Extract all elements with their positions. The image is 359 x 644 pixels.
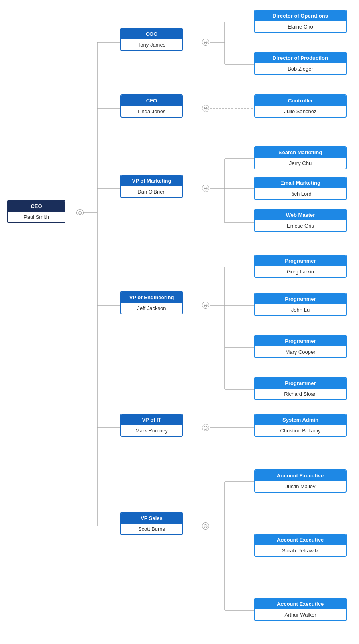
acct-exec2-node: Account Executive Sarah Petrawitz (254, 534, 347, 557)
acct-exec2-name: Sarah Petrawitz (255, 545, 346, 556)
dir-ops-node: Director of Operations Elaine Cho (254, 10, 347, 33)
cfo-name: Linda Jones (121, 106, 182, 117)
coo-title: COO (121, 29, 182, 39)
web-master-title: Web Master (255, 210, 346, 220)
ceo-title: CEO (8, 201, 65, 212)
vp-engineering-node: VP of Engineering Jeff Jackson (120, 291, 183, 314)
acct-exec3-name: Arthur Walker (255, 609, 346, 620)
acct-exec3-node: Account Executive Arthur Walker (254, 598, 347, 621)
acct-exec3-title: Account Executive (255, 599, 346, 609)
prog3-node: Programmer Mary Cooper (254, 335, 347, 358)
email-mktg-title: Email Marketing (255, 177, 346, 188)
email-mktg-node: Email Marketing Rich Lord (254, 177, 347, 200)
prog1-name: Greg Larkin (255, 266, 346, 277)
acct-exec1-title: Account Executive (255, 470, 346, 481)
prog2-node: Programmer John Lu (254, 293, 347, 316)
prog1-node: Programmer Greg Larkin (254, 255, 347, 278)
controller-node: Controller Julio Sanchez (254, 94, 347, 118)
email-mktg-name: Rich Lord (255, 188, 346, 199)
coo-name: Tony James (121, 39, 182, 50)
vp-marketing-name: Dan O'Brien (121, 186, 182, 197)
cfo-node: CFO Linda Jones (120, 94, 183, 118)
vp-sales-title: VP Sales (121, 513, 182, 524)
coo-collapse[interactable]: ⊖ (202, 39, 209, 46)
prog4-name: Richard Sloan (255, 389, 346, 399)
vp-it-node: VP of IT Mark Romney (120, 414, 183, 437)
prog1-title: Programmer (255, 255, 346, 266)
controller-name: Julio Sanchez (255, 106, 346, 117)
cfo-collapse[interactable]: ⊖ (202, 105, 209, 112)
search-mktg-title: Search Marketing (255, 147, 346, 158)
vp-sales-collapse[interactable]: ⊖ (202, 522, 209, 530)
sys-admin-title: System Admin (255, 414, 346, 425)
vp-marketing-collapse[interactable]: ⊖ (202, 185, 209, 192)
search-mktg-name: Jerry Chu (255, 158, 346, 169)
web-master-node: Web Master Emese Gris (254, 209, 347, 232)
dir-prod-node: Director of Production Bob Zieger (254, 52, 347, 75)
sys-admin-node: System Admin Christine Bellamy (254, 414, 347, 437)
cfo-title: CFO (121, 95, 182, 106)
vp-sales-node: VP Sales Scott Burns (120, 512, 183, 535)
acct-exec2-title: Account Executive (255, 534, 346, 545)
dir-prod-name: Bob Zieger (255, 63, 346, 74)
ceo-name: Paul Smith (8, 212, 65, 222)
prog3-name: Mary Cooper (255, 346, 346, 357)
prog4-title: Programmer (255, 378, 346, 389)
sys-admin-name: Christine Bellamy (255, 425, 346, 436)
vp-it-collapse[interactable]: ⊖ (202, 424, 209, 431)
vp-engineering-name: Jeff Jackson (121, 303, 182, 314)
acct-exec1-name: Justin Malley (255, 481, 346, 492)
coo-node: COO Tony James (120, 28, 183, 51)
vp-marketing-node: VP of Marketing Dan O'Brien (120, 175, 183, 198)
ceo-node: CEO Paul Smith (7, 200, 65, 223)
dir-ops-name: Elaine Cho (255, 21, 346, 32)
prog2-title: Programmer (255, 293, 346, 304)
web-master-name: Emese Gris (255, 220, 346, 231)
vp-sales-name: Scott Burns (121, 524, 182, 534)
prog2-name: John Lu (255, 304, 346, 315)
vp-it-name: Mark Romney (121, 425, 182, 436)
vp-engineering-collapse[interactable]: ⊖ (202, 302, 209, 309)
org-chart: CEO Paul Smith ⊖ COO Tony James ⊖ Direct… (0, 0, 359, 644)
dir-ops-title: Director of Operations (255, 10, 346, 21)
search-mktg-node: Search Marketing Jerry Chu (254, 146, 347, 169)
prog3-title: Programmer (255, 336, 346, 346)
ceo-collapse[interactable]: ⊖ (76, 209, 84, 216)
vp-engineering-title: VP of Engineering (121, 292, 182, 303)
vp-marketing-title: VP of Marketing (121, 175, 182, 186)
vp-it-title: VP of IT (121, 414, 182, 425)
controller-title: Controller (255, 95, 346, 106)
dir-prod-title: Director of Production (255, 53, 346, 63)
acct-exec1-node: Account Executive Justin Malley (254, 469, 347, 493)
prog4-node: Programmer Richard Sloan (254, 377, 347, 400)
